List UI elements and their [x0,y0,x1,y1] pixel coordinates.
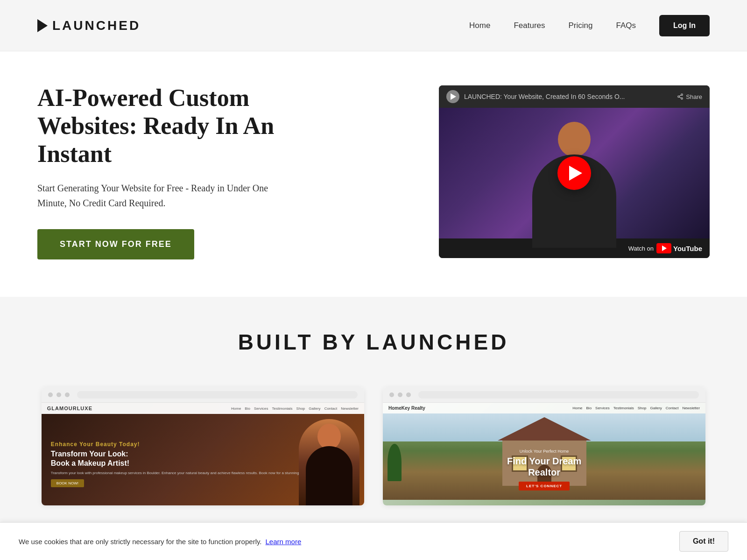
youtube-icon [656,243,671,253]
logo-arrow-icon [37,19,48,32]
browser-dot-5 [398,392,402,397]
glamour-cta[interactable]: BOOK NOW! [51,479,84,487]
glamour-nav: GLAMOURLUXE Home Bio Services Testimonia… [42,403,364,414]
glamour-links: Home Bio Services Testimonials Shop Gall… [231,406,359,411]
play-button[interactable] [557,156,591,190]
glamour-text-area: Enhance Your Beauty Today! Transform You… [42,427,324,502]
nav-faqs[interactable]: FAQs [616,21,636,30]
homekey-hero-area: Unlock Your Perfect Home Find Your Dream… [383,413,705,500]
built-by-brand: LAUNCHED [366,330,509,354]
video-top-bar: LAUNCHED: Your Website, Created In 60 Se… [439,85,710,108]
showcase-card-homekey: HomeKey Realty Home Bio Services Testimo… [383,387,705,505]
svg-point-0 [681,94,683,96]
youtube-label: YouTube [673,245,702,252]
video-thumbnail[interactable] [439,108,710,238]
cookie-got-it-button[interactable]: Got it! [679,531,728,533]
browser-bar-homekey [383,387,705,403]
watch-on-youtube[interactable]: Watch on YouTube [628,243,702,253]
browser-dot-4 [389,392,394,397]
homekey-overlay: Unlock Your Perfect Home Find Your Dream… [383,449,705,490]
showcase-glamour-content: GLAMOURLUXE Home Bio Services Testimonia… [42,403,364,505]
hero-video[interactable]: LAUNCHED: Your Website, Created In 60 Se… [439,85,710,258]
browser-url-homekey [418,391,699,399]
homekey-headline: Find Your DreamRealtor [383,455,705,478]
built-by-prefix: Built by [238,330,366,354]
video-share[interactable]: Share [677,93,702,100]
nav-links: Home Features Pricing FAQs Log In [469,15,710,36]
nav-features[interactable]: Features [514,21,545,30]
svg-point-1 [678,96,680,98]
video-yt-icon [446,90,459,103]
hero-text: AI-Powered Custom Websites: Ready In An … [37,84,280,259]
svg-line-3 [679,97,681,98]
browser-dot-3 [65,392,70,397]
hero-subtitle: Start Generating Your Website for Free -… [37,181,280,210]
built-by-title: Built by LAUNCHED [37,329,710,355]
homekey-nav: HomeKey Realty Home Bio Services Testimo… [383,403,705,413]
nav-pricing[interactable]: Pricing [569,21,593,30]
youtube-logo: YouTube [656,243,702,253]
glamour-desc: Transform your look with professional ma… [51,470,315,476]
showcase-homekey-content: HomeKey Realty Home Bio Services Testimo… [383,403,705,505]
browser-bar-glamour [42,387,364,403]
homekey-links: Home Bio Services Testimonials Shop Gall… [572,406,700,410]
login-button[interactable]: Log In [659,15,710,36]
browser-dot-6 [406,392,411,397]
glamour-brand: GLAMOURLUXE [47,406,92,411]
start-now-button[interactable]: START NOW FOR FREE [37,229,194,259]
nav-home[interactable]: Home [469,21,490,30]
share-label: Share [686,93,702,100]
logo-text: LAUNCHED [52,18,141,33]
homekey-small-text: Unlock Your Perfect Home [383,449,705,454]
homekey-cta[interactable]: LET'S CONNECT [519,482,570,490]
glamour-headline: Enhance Your Beauty Today! [51,441,315,448]
glamour-subhead: Transform Your Look:Book a Makeup Artist… [51,449,315,469]
browser-dot-2 [56,392,61,397]
svg-line-4 [679,95,681,96]
browser-dot-1 [48,392,53,397]
homekey-bg: HomeKey Realty Home Bio Services Testimo… [383,403,705,505]
logo[interactable]: LAUNCHED [37,18,141,33]
watch-on-label: Watch on [628,245,654,252]
hero-section: AI-Powered Custom Websites: Ready In An … [0,51,747,297]
hero-title: AI-Powered Custom Websites: Ready In An … [37,84,280,168]
svg-point-2 [681,98,683,100]
homekey-brand: HomeKey Realty [388,406,425,411]
showcase-section: GLAMOURLUXE Home Bio Services Testimonia… [0,373,747,533]
built-by-section: Built by LAUNCHED [0,297,747,373]
navbar: LAUNCHED Home Features Pricing FAQs Log … [0,0,747,51]
share-icon [677,93,684,100]
glamour-person-image [299,419,359,505]
browser-url-glamour [77,391,358,399]
showcase-card-glamour: GLAMOURLUXE Home Bio Services Testimonia… [42,387,364,505]
cookie-banner: We use cookies that are only strictly ne… [0,522,747,533]
video-title: LAUNCHED: Your Website, Created In 60 Se… [464,93,625,100]
